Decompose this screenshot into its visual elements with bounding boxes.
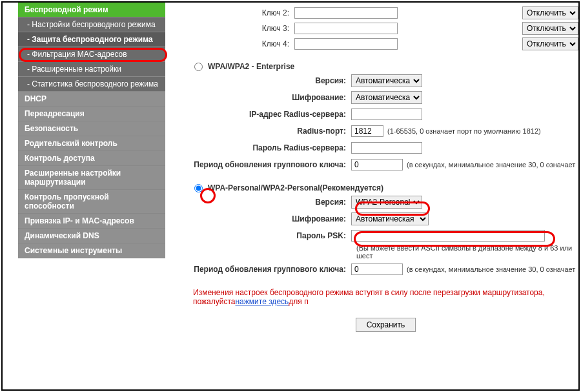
sidebar-item-8[interactable]: Безопасность: [18, 121, 165, 136]
ent-radius-port-label: Radius-порт:: [193, 127, 351, 136]
pers-version-label: Версия:: [193, 198, 351, 207]
key-disable-select-4[interactable]: Отключить: [522, 37, 578, 50]
wpa-enterprise-title: WPA/WPA2 - Enterprise: [208, 62, 294, 71]
pers-gk-input[interactable]: [351, 263, 403, 275]
ent-enc-select[interactable]: Автоматическая: [351, 91, 422, 104]
reboot-link[interactable]: нажмите здесь: [235, 297, 289, 306]
pers-enc-label: Шифрование:: [193, 214, 351, 223]
sidebar-item-10[interactable]: Контроль доступа: [18, 151, 165, 166]
ent-radius-port-hint: (1-65535, 0 означает порт по умолчанию 1…: [387, 127, 541, 135]
ent-radius-port-input[interactable]: [351, 125, 383, 137]
sidebar-item-15[interactable]: Системные инструменты: [18, 243, 165, 258]
key-disable-select-3[interactable]: Отключить: [522, 22, 578, 35]
key-row-3: Ключ 3:Отключить: [193, 22, 578, 35]
key-input-2[interactable]: [294, 7, 398, 19]
pers-enc-select[interactable]: Автоматическая: [351, 212, 429, 225]
key-row-2: Ключ 2:Отключить: [193, 6, 578, 19]
key-label-4: Ключ 4:: [193, 39, 294, 48]
key-label-2: Ключ 2:: [193, 8, 294, 17]
key-input-3[interactable]: [294, 23, 398, 34]
pers-psk-label: Пароль PSK:: [193, 231, 351, 240]
ent-gk-label: Период обновления группового ключа:: [193, 160, 351, 169]
sidebar-item-6[interactable]: DHCP: [18, 92, 165, 107]
sidebar-item-13[interactable]: Привязка IP- и MAC-адресов: [18, 214, 165, 229]
pers-psk-hint: (Вы можете ввести ASCII символы в диапаз…: [356, 244, 578, 260]
ent-radius-pw-label: Пароль Radius-сервера:: [193, 143, 351, 152]
wpa-personal-radio[interactable]: [194, 184, 203, 192]
content-area: Ключ 2:ОтключитьКлюч 3:ОтключитьКлюч 4:О…: [174, 3, 578, 389]
sidebar-item-3[interactable]: - Фильтрация MAC-адресов: [18, 47, 165, 62]
wpa-personal-radio-row: WPA-Personal/WPA2-Personal(Рекомендуется…: [193, 183, 578, 192]
key-input-4[interactable]: [294, 38, 398, 50]
sidebar-item-4[interactable]: - Расширенные настройки: [18, 62, 165, 77]
sidebar-item-2[interactable]: - Защита беспроводного режима: [18, 32, 165, 47]
reboot-warning: Изменения настроек беспроводного режима …: [193, 288, 578, 306]
ent-radius-ip-input[interactable]: [351, 108, 422, 120]
sidebar-item-9[interactable]: Родительский контроль: [18, 136, 165, 151]
pers-gk-label: Период обновления группового ключа:: [193, 265, 351, 274]
key-label-3: Ключ 3:: [193, 24, 294, 33]
ent-version-select[interactable]: Автоматическая: [351, 74, 422, 87]
wpa-enterprise-radio-row: WPA/WPA2 - Enterprise: [193, 62, 578, 71]
ent-gk-input[interactable]: [351, 159, 403, 170]
ent-version-label: Версия:: [193, 76, 351, 85]
ent-gk-hint: (в секундах, минимальное значение 30, 0 …: [407, 161, 575, 169]
ent-enc-label: Шифрование:: [193, 93, 351, 102]
sidebar-item-0[interactable]: Беспроводной режим: [18, 3, 165, 17]
sidebar-item-12[interactable]: Контроль пропускной способности: [18, 190, 165, 214]
save-button[interactable]: Сохранить: [356, 318, 416, 332]
sidebar-item-1[interactable]: - Настройки беспроводного режима: [18, 17, 165, 32]
pers-gk-hint: (в секундах, минимальное значение 30, 0 …: [407, 265, 575, 273]
sidebar-item-5[interactable]: - Статистика беспроводного режима: [18, 77, 165, 92]
key-row-4: Ключ 4:Отключить: [193, 37, 578, 50]
pers-psk-input[interactable]: [351, 230, 545, 242]
sidebar-item-14[interactable]: Динамический DNS: [18, 229, 165, 243]
sidebar-item-7[interactable]: Переадресация: [18, 107, 165, 121]
key-disable-select-2[interactable]: Отключить: [522, 6, 578, 19]
sidebar-item-11[interactable]: Расширенные настройки маршрутизации: [18, 166, 165, 190]
wpa-personal-title: WPA-Personal/WPA2-Personal(Рекомендуется…: [208, 183, 383, 192]
sidebar: Беспроводной режим- Настройки беспроводн…: [18, 3, 165, 258]
ent-radius-pw-input[interactable]: [351, 142, 422, 154]
pers-version-select[interactable]: WPA2-Personal: [351, 196, 422, 209]
wpa-enterprise-radio[interactable]: [194, 63, 203, 71]
ent-radius-ip-label: IP-адрес Radius-сервера:: [193, 110, 351, 119]
